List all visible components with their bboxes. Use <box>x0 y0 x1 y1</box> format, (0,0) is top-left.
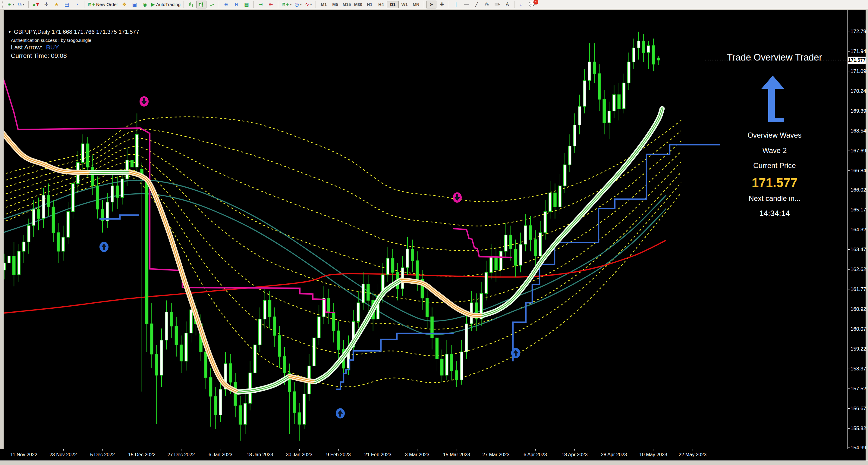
chart-shift-icon: ⇤ <box>269 2 273 7</box>
signals-button[interactable]: ◉ <box>140 1 150 8</box>
timeframe-button-h1[interactable]: H1 <box>364 1 375 8</box>
tile-windows-button[interactable]: ▦ <box>242 1 251 8</box>
timeframe-button-w1[interactable]: W1 <box>399 1 410 8</box>
window-right-border <box>866 9 868 465</box>
periods-button[interactable]: ◷▼ <box>293 1 303 8</box>
current-time-text: Current Time: 09:08 <box>11 52 67 59</box>
separator <box>253 1 254 8</box>
new-chart-icon: ⊞ <box>7 2 11 7</box>
last-arrow-value: BUY <box>46 44 59 51</box>
date-axis-label: 6 Apr 2023 <box>524 452 547 458</box>
zoom-in-icon: ⊕ <box>224 2 228 7</box>
date-axis-tick <box>102 449 103 451</box>
channel-button[interactable]: ⫽E <box>482 1 492 8</box>
timeframe-button-d1[interactable]: D1 <box>387 1 399 8</box>
price-axis-tick <box>848 71 849 71</box>
current-price-box: 171.577 <box>848 57 866 64</box>
date-axis-tick <box>63 449 64 451</box>
profiles-button[interactable]: ⧉▼ <box>17 1 26 8</box>
date-axis-label: 6 Jan 2023 <box>209 452 232 458</box>
indicators-button[interactable]: 🗎+▼ <box>280 1 293 8</box>
price-axis-tick <box>848 408 849 409</box>
strategy-tester-button[interactable]: ◔ <box>72 1 82 8</box>
price-axis-tick <box>848 389 849 389</box>
date-axis-label: 5 Dec 2022 <box>90 452 115 458</box>
price-axis[interactable]: 172.795171.945171.095170.245169.395168.5… <box>847 10 866 449</box>
bar-chart-button[interactable] <box>186 1 195 8</box>
timeframe-button-mn[interactable]: MN <box>410 1 422 8</box>
date-axis-label: 18 Jan 2023 <box>247 452 273 458</box>
chevron-down-icon: ▼ <box>310 3 313 6</box>
price-axis-tick <box>848 210 849 210</box>
metaeditor-button[interactable]: ❖ <box>120 1 129 8</box>
vertical-line-button[interactable]: | <box>451 1 461 8</box>
book-icon: ❖ <box>122 2 126 7</box>
text-tool-button[interactable]: A <box>502 1 512 8</box>
timeframe-button-m1[interactable]: M1 <box>318 1 330 8</box>
current-time-value: 09:08 <box>51 52 67 59</box>
price-axis-tick <box>848 369 849 369</box>
horizontal-line-button[interactable]: — <box>461 1 471 8</box>
date-axis-tick <box>614 449 614 451</box>
price-axis-tick <box>848 111 849 111</box>
signal-icon: ◉ <box>143 2 147 7</box>
magnifier-chart-icon: ◔ <box>76 2 79 7</box>
date-axis-label: 11 Nov 2022 <box>10 452 37 458</box>
chevron-down-icon: ▼ <box>22 3 25 6</box>
date-axis-tick <box>378 449 378 451</box>
autotrading-button[interactable]: ▶ AutoTrading <box>150 1 181 8</box>
price-axis-tick <box>848 329 849 329</box>
timeframe-button-m30[interactable]: M30 <box>352 1 364 8</box>
date-axis-label: 3 Mar 2023 <box>405 452 430 458</box>
star-folder-icon: ★ <box>55 2 59 7</box>
chevron-down-icon: ▼ <box>289 3 292 6</box>
data-window-button[interactable]: ▤ <box>62 1 72 8</box>
date-axis-label: 9 Feb 2023 <box>327 452 351 458</box>
timeframe-button-h4[interactable]: H4 <box>375 1 387 8</box>
chart-plot-area[interactable]: ▼GBPJPY,Daily 171.668 171.766 171.375 17… <box>4 10 847 449</box>
auto-scroll-button[interactable]: ⇥ <box>256 1 266 8</box>
toolbar-grip[interactable] <box>2 1 4 7</box>
panel-wave-label: Overview Waves <box>747 131 801 139</box>
favorites-button[interactable]: ★ <box>52 1 61 8</box>
chat-button[interactable]: 💬 1 <box>527 1 536 8</box>
crosshair-target-icon: ✛ <box>44 2 48 7</box>
date-axis-label: 30 Jan 2023 <box>286 452 313 458</box>
cursor-icon: ➤ <box>430 2 433 7</box>
date-axis-tick <box>496 449 496 451</box>
separator <box>449 1 449 8</box>
zoom-in-button[interactable]: ⊕ <box>221 1 231 8</box>
crosshair-button[interactable]: ✚ <box>437 1 447 8</box>
templates-button[interactable]: ∿▼ <box>304 1 313 8</box>
new-chart-button[interactable]: ⊞▼ <box>6 1 16 8</box>
search-button[interactable]: ⌕ <box>517 1 526 8</box>
fibonacci-button[interactable]: ≣F <box>492 1 502 8</box>
new-order-button[interactable]: 🗎+ New Order <box>87 1 119 8</box>
chart-canvas[interactable] <box>4 10 847 449</box>
chart-shift-button[interactable]: ⇤ <box>266 1 276 8</box>
panel-wave-value: Wave 2 <box>763 146 786 155</box>
text-tool-icon: A <box>506 2 509 7</box>
candlestick-chart-button[interactable] <box>196 1 207 8</box>
zoom-out-button[interactable]: ⊖ <box>231 1 241 8</box>
timeframe-button-m15[interactable]: M15 <box>341 1 352 8</box>
navigator-button[interactable]: ✛ <box>41 1 51 8</box>
separator <box>278 1 278 8</box>
expert-advisors-button[interactable]: ▣ <box>130 1 140 8</box>
date-axis-label: 18 Apr 2023 <box>561 452 587 458</box>
date-axis-tick <box>142 449 142 451</box>
line-chart-button[interactable] <box>207 1 217 8</box>
market-watch-button[interactable]: ▲▼ <box>31 1 41 8</box>
tile-windows-icon: ▦ <box>244 2 249 7</box>
date-axis-label: 10 May 2023 <box>639 452 667 458</box>
trendline-button[interactable]: ╱ <box>472 1 481 8</box>
fibonacci-label: F <box>498 3 500 6</box>
price-axis-tick <box>848 131 849 131</box>
auto-scroll-icon: ⇥ <box>258 2 262 7</box>
timeframe-button-m5[interactable]: M5 <box>330 1 341 8</box>
cursor-button[interactable]: ➤ <box>426 1 436 8</box>
clock-icon: ◷ <box>295 2 299 7</box>
one-click-arrow-icon[interactable]: ▼ <box>8 30 11 34</box>
date-axis[interactable]: 11 Nov 202223 Nov 20225 Dec 202215 Dec 2… <box>0 449 866 461</box>
buy-direction-arrow-icon <box>750 73 799 127</box>
